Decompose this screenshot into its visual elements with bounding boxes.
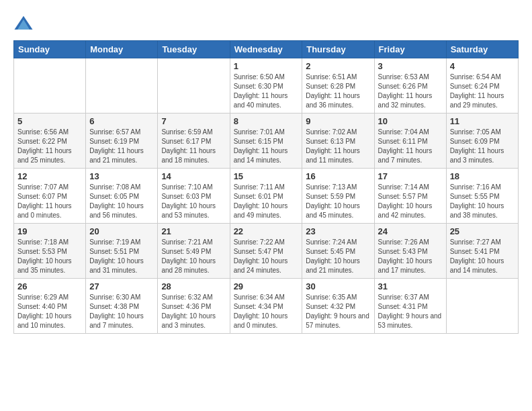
- day-number: 10: [378, 116, 443, 126]
- day-number: 16: [306, 171, 370, 181]
- calendar-cell: 25Sunrise: 7:27 AM Sunset: 5:41 PM Dayli…: [446, 224, 518, 279]
- day-info: Sunrise: 7:08 AM Sunset: 6:05 PM Dayligh…: [89, 183, 154, 220]
- day-number: 7: [161, 116, 226, 126]
- day-info: Sunrise: 7:27 AM Sunset: 5:41 PM Dayligh…: [450, 238, 515, 275]
- calendar-cell: 31Sunrise: 6:37 AM Sunset: 4:31 PM Dayli…: [374, 279, 446, 334]
- day-number: 30: [306, 281, 370, 291]
- day-number: 14: [161, 171, 226, 181]
- weekday-header-saturday: Saturday: [446, 41, 518, 58]
- day-number: 9: [306, 116, 370, 126]
- calendar-cell: 27Sunrise: 6:30 AM Sunset: 4:38 PM Dayli…: [86, 279, 158, 334]
- day-info: Sunrise: 7:19 AM Sunset: 5:51 PM Dayligh…: [89, 238, 154, 275]
- calendar-cell: 20Sunrise: 7:19 AM Sunset: 5:51 PM Dayli…: [86, 224, 158, 279]
- calendar-week-3: 12Sunrise: 7:07 AM Sunset: 6:07 PM Dayli…: [14, 169, 519, 224]
- calendar-week-1: 1Sunrise: 6:50 AM Sunset: 6:30 PM Daylig…: [14, 58, 519, 113]
- day-number: 13: [89, 171, 154, 181]
- day-info: Sunrise: 7:22 AM Sunset: 5:47 PM Dayligh…: [234, 238, 299, 275]
- calendar-cell: 19Sunrise: 7:18 AM Sunset: 5:53 PM Dayli…: [14, 224, 86, 279]
- day-info: Sunrise: 6:29 AM Sunset: 4:40 PM Dayligh…: [17, 293, 82, 330]
- day-number: 22: [234, 226, 299, 236]
- page-header: [13, 13, 519, 34]
- day-number: 21: [161, 226, 226, 236]
- calendar-cell: 2Sunrise: 6:51 AM Sunset: 6:28 PM Daylig…: [302, 58, 374, 113]
- day-info: Sunrise: 6:35 AM Sunset: 4:32 PM Dayligh…: [306, 293, 370, 330]
- day-info: Sunrise: 6:30 AM Sunset: 4:38 PM Dayligh…: [89, 293, 154, 330]
- weekday-header-row: SundayMondayTuesdayWednesdayThursdayFrid…: [14, 41, 519, 58]
- day-info: Sunrise: 7:01 AM Sunset: 6:15 PM Dayligh…: [234, 128, 299, 165]
- day-info: Sunrise: 6:53 AM Sunset: 6:26 PM Dayligh…: [378, 73, 443, 110]
- calendar-cell: [446, 279, 518, 334]
- calendar-cell: [14, 58, 86, 113]
- day-info: Sunrise: 7:02 AM Sunset: 6:13 PM Dayligh…: [306, 128, 370, 165]
- day-number: 23: [306, 226, 370, 236]
- calendar-cell: 13Sunrise: 7:08 AM Sunset: 6:05 PM Dayli…: [86, 169, 158, 224]
- day-info: Sunrise: 7:07 AM Sunset: 6:07 PM Dayligh…: [17, 183, 82, 220]
- calendar-cell: 16Sunrise: 7:13 AM Sunset: 5:59 PM Dayli…: [302, 169, 374, 224]
- day-info: Sunrise: 6:59 AM Sunset: 6:17 PM Dayligh…: [161, 128, 226, 165]
- day-info: Sunrise: 7:14 AM Sunset: 5:57 PM Dayligh…: [378, 183, 443, 220]
- calendar-cell: 12Sunrise: 7:07 AM Sunset: 6:07 PM Dayli…: [14, 169, 86, 224]
- calendar-cell: 11Sunrise: 7:05 AM Sunset: 6:09 PM Dayli…: [446, 113, 518, 169]
- weekday-header-friday: Friday: [374, 41, 446, 58]
- day-number: 18: [450, 171, 515, 181]
- day-number: 29: [234, 281, 299, 291]
- calendar-cell: 4Sunrise: 6:54 AM Sunset: 6:24 PM Daylig…: [446, 58, 518, 113]
- calendar-cell: 1Sunrise: 6:50 AM Sunset: 6:30 PM Daylig…: [230, 58, 302, 113]
- day-number: 1: [234, 61, 299, 71]
- calendar-week-5: 26Sunrise: 6:29 AM Sunset: 4:40 PM Dayli…: [14, 279, 519, 334]
- weekday-header-thursday: Thursday: [302, 41, 374, 58]
- day-info: Sunrise: 7:21 AM Sunset: 5:49 PM Dayligh…: [161, 238, 226, 275]
- calendar-week-4: 19Sunrise: 7:18 AM Sunset: 5:53 PM Dayli…: [14, 224, 519, 279]
- weekday-header-monday: Monday: [86, 41, 158, 58]
- day-info: Sunrise: 7:05 AM Sunset: 6:09 PM Dayligh…: [450, 128, 515, 165]
- day-info: Sunrise: 7:18 AM Sunset: 5:53 PM Dayligh…: [17, 238, 82, 275]
- day-info: Sunrise: 6:51 AM Sunset: 6:28 PM Dayligh…: [306, 73, 370, 110]
- day-number: 11: [450, 116, 515, 126]
- day-info: Sunrise: 7:10 AM Sunset: 6:03 PM Dayligh…: [161, 183, 226, 220]
- day-info: Sunrise: 6:32 AM Sunset: 4:36 PM Dayligh…: [161, 293, 226, 330]
- day-number: 31: [378, 281, 443, 291]
- weekday-header-sunday: Sunday: [14, 41, 86, 58]
- day-number: 27: [89, 281, 154, 291]
- day-number: 17: [378, 171, 443, 181]
- day-info: Sunrise: 6:57 AM Sunset: 6:19 PM Dayligh…: [89, 128, 154, 165]
- day-number: 25: [450, 226, 515, 236]
- calendar-cell: [158, 58, 230, 113]
- calendar-cell: 28Sunrise: 6:32 AM Sunset: 4:36 PM Dayli…: [158, 279, 230, 334]
- day-number: 6: [89, 116, 154, 126]
- day-info: Sunrise: 6:54 AM Sunset: 6:24 PM Dayligh…: [450, 73, 515, 110]
- logo: [13, 13, 36, 34]
- calendar-cell: 24Sunrise: 7:26 AM Sunset: 5:43 PM Dayli…: [374, 224, 446, 279]
- day-info: Sunrise: 7:26 AM Sunset: 5:43 PM Dayligh…: [378, 238, 443, 275]
- day-info: Sunrise: 7:13 AM Sunset: 5:59 PM Dayligh…: [306, 183, 370, 220]
- day-info: Sunrise: 6:37 AM Sunset: 4:31 PM Dayligh…: [378, 293, 443, 330]
- calendar-cell: 3Sunrise: 6:53 AM Sunset: 6:26 PM Daylig…: [374, 58, 446, 113]
- day-info: Sunrise: 6:34 AM Sunset: 4:34 PM Dayligh…: [234, 293, 299, 330]
- calendar-cell: 29Sunrise: 6:34 AM Sunset: 4:34 PM Dayli…: [230, 279, 302, 334]
- calendar-cell: 26Sunrise: 6:29 AM Sunset: 4:40 PM Dayli…: [14, 279, 86, 334]
- calendar-cell: 7Sunrise: 6:59 AM Sunset: 6:17 PM Daylig…: [158, 113, 230, 169]
- day-number: 4: [450, 61, 515, 71]
- calendar-cell: 17Sunrise: 7:14 AM Sunset: 5:57 PM Dayli…: [374, 169, 446, 224]
- calendar-cell: 21Sunrise: 7:21 AM Sunset: 5:49 PM Dayli…: [158, 224, 230, 279]
- day-number: 24: [378, 226, 443, 236]
- day-number: 19: [17, 226, 82, 236]
- calendar-week-2: 5Sunrise: 6:56 AM Sunset: 6:22 PM Daylig…: [14, 113, 519, 169]
- calendar-cell: 30Sunrise: 6:35 AM Sunset: 4:32 PM Dayli…: [302, 279, 374, 334]
- calendar-cell: [86, 58, 158, 113]
- logo-icon: [13, 13, 34, 34]
- calendar: SundayMondayTuesdayWednesdayThursdayFrid…: [13, 40, 519, 334]
- calendar-cell: 22Sunrise: 7:22 AM Sunset: 5:47 PM Dayli…: [230, 224, 302, 279]
- day-info: Sunrise: 6:50 AM Sunset: 6:30 PM Dayligh…: [234, 73, 299, 110]
- day-number: 20: [89, 226, 154, 236]
- day-number: 8: [234, 116, 299, 126]
- calendar-cell: 8Sunrise: 7:01 AM Sunset: 6:15 PM Daylig…: [230, 113, 302, 169]
- day-number: 2: [306, 61, 370, 71]
- day-number: 3: [378, 61, 443, 71]
- calendar-cell: 23Sunrise: 7:24 AM Sunset: 5:45 PM Dayli…: [302, 224, 374, 279]
- calendar-cell: 15Sunrise: 7:11 AM Sunset: 6:01 PM Dayli…: [230, 169, 302, 224]
- day-info: Sunrise: 7:04 AM Sunset: 6:11 PM Dayligh…: [378, 128, 443, 165]
- day-number: 26: [17, 281, 82, 291]
- day-info: Sunrise: 7:11 AM Sunset: 6:01 PM Dayligh…: [234, 183, 299, 220]
- calendar-cell: 14Sunrise: 7:10 AM Sunset: 6:03 PM Dayli…: [158, 169, 230, 224]
